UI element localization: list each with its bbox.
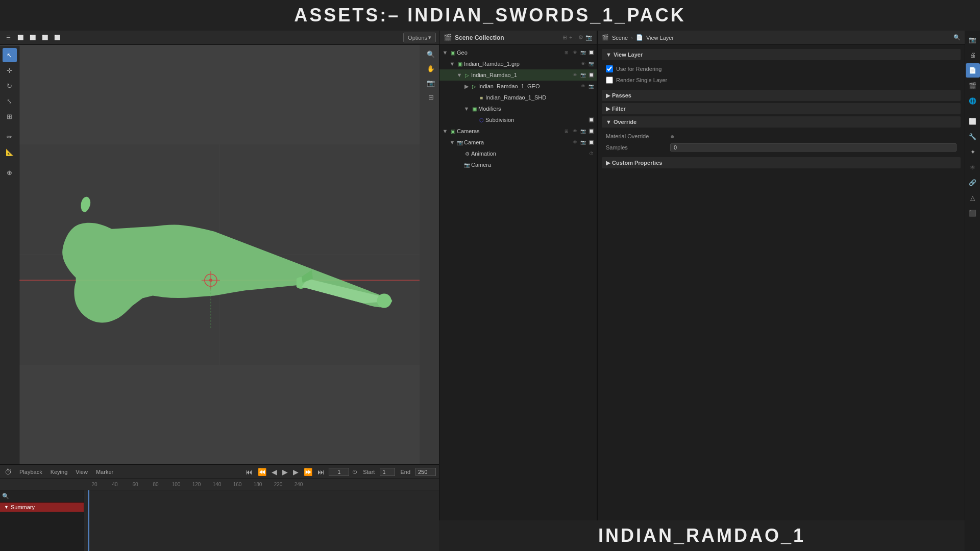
view-layer-props-icon[interactable]: 📄 [966,63,980,78]
scene-icon-anim[interactable]: ⏱ [587,150,595,157]
scene-camera-icon[interactable]: 📷 [585,34,593,41]
constraints-props-icon[interactable]: 🔗 [966,176,980,190]
scene-icon-render-geo[interactable]: 📷 [579,49,586,56]
override-collapse-icon: ▼ [606,119,611,125]
material-props-icon[interactable]: ⬛ [966,206,980,220]
tree-item-ramdao[interactable]: ▼ ▷ Indian_Ramdao_1 👁 📷 🔲 [439,69,597,81]
tree-item-camera-obj[interactable]: ▶ 📷 Camera [439,159,597,170]
viewport-menu-icon[interactable]: ☰ [3,33,13,43]
jump-start-button[interactable]: ⏮ [244,467,254,477]
scene-icon-render-camera-grp[interactable]: 📷 [579,139,586,146]
scene-icon-eye-ramdao[interactable]: 👁 [571,71,578,79]
passes-section-header[interactable]: ▶ Passes [602,90,961,101]
scene-settings-icon[interactable]: ⚙ [578,34,583,41]
tree-item-shd[interactable]: ▶ ■ Indian_Ramdao_1_SHD [439,92,597,103]
scene-icon-restrict-cameras[interactable]: ⊞ [563,128,570,135]
scene-icon-cam-ramdao[interactable]: 🔲 [587,71,595,79]
scene-filter-icon[interactable]: ⊞ [562,34,567,41]
render-single-layer-checkbox[interactable] [606,77,613,84]
viewport-icon-1[interactable]: ⬜ [15,33,26,43]
hand-icon[interactable]: ✋ [425,62,437,74]
viewport-icon-4[interactable]: ⬜ [52,33,62,43]
timeline-content: 🔍 ▼ Summary [0,490,439,551]
output-props-icon[interactable]: 🖨 [966,48,980,62]
add-tool-icon[interactable]: ⊕ [3,165,17,180]
transform-tool-icon[interactable]: ⊞ [3,109,17,123]
tree-item-modifiers[interactable]: ▼ ▣ Modifiers [439,103,597,114]
view-layer-section-header[interactable]: ▼ View Layer [602,49,961,60]
timeline-menu-icon[interactable]: ⏱ [3,467,13,477]
keying-button[interactable]: Keying [48,468,70,476]
next-frame-button[interactable]: ⏩ [303,467,313,477]
tree-item-subdivision[interactable]: ▶ ⬡ Subdivision 🔲 [439,114,597,126]
annotate-tool-icon[interactable]: ✏ [3,130,17,144]
camera-view-icon[interactable]: 📷 [425,77,437,89]
search-icon: 🔍 [2,493,9,499]
props-search-icon[interactable]: 🔍 [953,34,961,41]
tree-item-animation[interactable]: ▶ ⚙ Animation ⏱ [439,148,597,159]
grid-icon[interactable]: ⊞ [425,91,437,103]
data-props-icon[interactable]: △ [966,191,980,205]
view-button[interactable]: View [74,468,90,476]
summary-item[interactable]: ▼ Summary [0,503,84,512]
world-props-icon[interactable]: 🌐 [966,94,980,108]
measure-tool-icon[interactable]: 📐 [3,145,17,159]
tree-item-camera-grp[interactable]: ▼ 📷 Camera 👁 📷 🔲 [439,137,597,148]
scene-props-icon[interactable]: 🎬 [966,79,980,93]
scene-icon-eye-geo-obj[interactable]: 👁 [579,83,586,90]
object-props-icon[interactable]: ⬜ [966,114,980,129]
material-override-dot-icon[interactable]: ● [670,132,674,140]
prev-keyframe-button[interactable]: ◀ [271,467,278,477]
particles-props-icon[interactable]: ✦ [966,145,980,159]
scene-icon-eye-cameras[interactable]: 👁 [571,128,578,135]
tree-item-cameras[interactable]: ▼ ▣ Cameras ⊞ 👁 📷 🔲 [439,126,597,137]
ruler-mark-140: 140 [207,482,227,487]
scene-icon-eye-geo[interactable]: 👁 [571,49,578,56]
filter-section-header[interactable]: ▶ Filter [602,103,961,114]
custom-properties-header[interactable]: ▶ Custom Properties [602,157,961,168]
scene-icon-cam-cameras[interactable]: 🔲 [587,128,595,135]
tree-item-grp[interactable]: ▼ ▣ Indian_Ramdao_1.grp 👁 📷 [439,58,597,69]
jump-end-button[interactable]: ⏭ [316,467,326,477]
tree-item-geo[interactable]: ▼ ▣ Geo ⊞ 👁 📷 🔲 [439,47,597,58]
start-frame-input[interactable] [380,468,395,476]
scene-icon-render-geo-obj[interactable]: 📷 [587,83,595,90]
scene-icon-cam-geo[interactable]: 🔲 [587,49,595,56]
scene-icon-cam-camera-grp[interactable]: 🔲 [587,139,595,146]
next-keyframe-button[interactable]: ▶ [292,467,300,477]
rotate-tool-icon[interactable]: ↻ [3,79,17,93]
timeline-tracks[interactable] [84,490,439,551]
move-tool-icon[interactable]: ✛ [3,63,17,78]
tree-label-geo: Geo [457,49,563,56]
tree-item-geo-obj[interactable]: ▶ ▷ Indian_Ramdao_1_GEO 👁 📷 [439,81,597,92]
zoom-in-icon[interactable]: 🔍 [425,48,437,60]
scene-breadcrumb-label: Scene [612,35,628,41]
override-section-header[interactable]: ▼ Override [602,116,961,128]
select-tool-icon[interactable]: ↖ [3,48,17,62]
viewport-icon-3[interactable]: ⬜ [40,33,50,43]
physics-props-icon[interactable]: ⚛ [966,160,980,174]
scene-icon-eye-camera-grp[interactable]: 👁 [571,139,578,146]
samples-input[interactable] [670,143,957,152]
scene-remove-icon[interactable]: - [574,34,576,41]
scene-add-icon[interactable]: + [569,34,572,41]
marker-button[interactable]: Marker [94,468,115,476]
play-button[interactable]: ▶ [281,467,289,477]
tree-label-ramdao: Indian_Ramdao_1 [471,72,571,78]
scene-icon-render-cameras[interactable]: 📷 [579,128,586,135]
use-for-rendering-checkbox[interactable] [606,65,613,72]
viewport-icon-2[interactable]: ⬜ [28,33,38,43]
prev-frame-button[interactable]: ⏪ [257,467,267,477]
scene-icon-render-grp[interactable]: 📷 [587,60,595,67]
options-button[interactable]: Options ▾ [403,33,436,42]
scene-icon-restrict-geo[interactable]: ⊞ [563,49,570,56]
render-props-icon[interactable]: 📷 [966,33,980,47]
modifier-props-icon[interactable]: 🔧 [966,130,980,144]
playback-button[interactable]: Playback [17,468,44,476]
scene-icon-cam-subdivision[interactable]: 🔲 [587,116,595,123]
scene-icon-render-ramdao[interactable]: 📷 [579,71,586,79]
end-frame-input[interactable] [415,468,436,476]
scene-icon-eye-grp[interactable]: 👁 [579,60,586,67]
current-frame-input[interactable] [329,468,349,476]
scale-tool-icon[interactable]: ⤡ [3,94,17,108]
